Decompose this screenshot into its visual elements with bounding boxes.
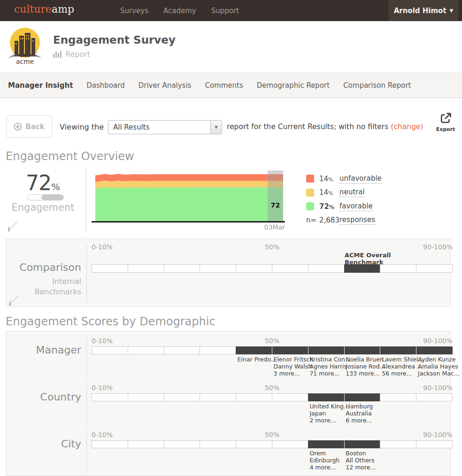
demo-cell-4[interactable]	[236, 440, 272, 448]
comparison-cell-0[interactable]	[92, 264, 128, 273]
caret-down-icon[interactable]: ▼	[210, 121, 222, 134]
engagement-trend-chart[interactable]	[95, 170, 283, 222]
demo-cell-7[interactable]	[344, 440, 381, 448]
chart-legend: 14%unfavorable14%neutral72%favorablen=2,…	[306, 172, 382, 227]
demo-cell-6[interactable]	[308, 440, 345, 448]
demo-name: Lavern Shiel...	[382, 356, 424, 363]
scale-mid-label: 50%	[265, 431, 279, 438]
back-label: Back	[25, 123, 44, 131]
demo-cell-0[interactable]	[92, 393, 128, 401]
demo-cell-5[interactable]	[272, 440, 308, 448]
demo-name: Alexandrea ...	[382, 363, 424, 370]
export-button[interactable]: Export	[435, 112, 456, 132]
demo-name: 56 more...	[382, 370, 424, 377]
comparison-cell-3[interactable]	[200, 264, 236, 273]
demo-cell-4[interactable]	[236, 346, 272, 354]
demo-cell-2[interactable]	[164, 393, 200, 401]
demo-cell-7[interactable]	[344, 346, 381, 354]
demo-cell-1[interactable]	[128, 393, 164, 401]
cultureamp-logo[interactable]: cultureamp	[14, 3, 74, 15]
legend-unit: %	[328, 190, 333, 196]
back-button[interactable]: Back	[6, 115, 52, 138]
scale-mid-label: 50%	[265, 243, 279, 251]
benchmark-label: ACME Overall Benchmark	[345, 252, 391, 266]
demo-cell-2[interactable]	[164, 346, 200, 354]
demo-cell-8[interactable]	[380, 440, 416, 448]
viewing-prefix: Viewing the	[60, 123, 104, 131]
tab-comparison-report[interactable]: Comparison Report	[343, 81, 411, 90]
legend-unit: %	[329, 204, 334, 210]
demo-name: Amalia Hayes	[418, 363, 460, 370]
nav-link-academy[interactable]: Academy	[163, 7, 196, 15]
page-title: Engagement Survey	[53, 34, 176, 46]
info-icon[interactable]: i	[7, 294, 19, 306]
chart-x-axis	[92, 221, 285, 223]
info-icon[interactable]: i	[6, 220, 18, 232]
tab-comments[interactable]: Comments	[205, 81, 243, 90]
scale-left-label: 0-10%	[92, 243, 113, 251]
demo-cell-2[interactable]	[164, 440, 200, 448]
demo-cell-8[interactable]	[380, 346, 416, 354]
demo-cell-3[interactable]	[200, 346, 236, 354]
demo-name-stack: United King...Japan2 more...	[309, 403, 349, 424]
demo-cell-0[interactable]	[92, 346, 128, 354]
user-menu[interactable]: Arnold Himot ▼	[389, 0, 458, 21]
comparison-cell-2[interactable]	[164, 264, 200, 273]
viewing-suffix-text: report for the Current Results; with no …	[227, 123, 391, 131]
demo-cell-9[interactable]	[416, 346, 453, 354]
scale-right-label: 90-100%	[423, 384, 453, 392]
responses-term[interactable]: responses	[339, 215, 375, 225]
demo-name: Ayden Kunze	[418, 356, 460, 363]
change-filters-link[interactable]: (change)	[391, 123, 423, 131]
comparison-cell-7[interactable]	[344, 264, 381, 273]
demo-name-stack: Noelia BruenJosiane Rod...133 more...	[346, 356, 385, 377]
legend-swatch-neutral	[306, 189, 314, 197]
nav-link-support[interactable]: Support	[211, 7, 239, 15]
legend-unit: %	[328, 177, 333, 183]
scale-right-label: 90-100%	[423, 243, 453, 251]
demo-name: Japan	[309, 410, 349, 417]
demo-cell-9[interactable]	[416, 393, 453, 401]
comparison-cell-4[interactable]	[236, 264, 272, 273]
comparison-cell-8[interactable]	[380, 264, 416, 273]
tab-demographic-report[interactable]: Demographic Report	[257, 81, 330, 90]
report-subtitle: Report	[65, 50, 90, 59]
demo-cell-6[interactable]	[308, 346, 345, 354]
comparison-scale: 0-10% 50% 90-100%	[92, 243, 453, 251]
demo-name-stack: Einar Predo...	[238, 356, 277, 363]
comparison-cell-1[interactable]	[128, 264, 164, 273]
results-select[interactable]: All Results ▼	[108, 120, 222, 134]
demo-cell-3[interactable]	[200, 440, 236, 448]
legend-term-favorable[interactable]: favorable	[339, 202, 373, 211]
comparison-cell-6[interactable]	[308, 264, 345, 273]
legend-term-neutral[interactable]: neutral	[339, 188, 365, 197]
svg-text:i: i	[8, 226, 10, 232]
demo-cell-1[interactable]	[128, 440, 164, 448]
comparison-cell-9[interactable]	[416, 264, 453, 273]
demo-cell-5[interactable]	[272, 393, 308, 401]
tab-manager-insight[interactable]: Manager Insight	[8, 81, 73, 90]
tab-driver-analysis[interactable]: Driver Analysis	[139, 81, 192, 90]
legend-term-unfavorable[interactable]: unfavorable	[339, 174, 382, 184]
scale-left-label: 0-10%	[92, 384, 113, 392]
chart-highlight-column[interactable]	[268, 170, 283, 222]
demo-cell-7[interactable]	[344, 393, 381, 401]
comparison-cell-5[interactable]	[272, 264, 308, 273]
demo-bar-country	[92, 393, 453, 401]
nav-link-surveys[interactable]: Surveys	[120, 7, 148, 15]
bar-chart-icon	[53, 51, 62, 58]
demo-cell-6[interactable]	[308, 393, 345, 401]
demo-cell-4[interactable]	[236, 393, 272, 401]
demo-cell-1[interactable]	[128, 346, 164, 354]
demo-row-city: City0-10%50%90-100%OremEdinburgh4 more..…	[6, 430, 450, 476]
demo-cell-8[interactable]	[380, 393, 416, 401]
demo-cell-9[interactable]	[416, 440, 453, 448]
scale-mid-label: 50%	[265, 384, 279, 392]
demo-cell-3[interactable]	[200, 393, 236, 401]
legend-row-favorable: 72%favorable	[306, 200, 382, 214]
demo-names: United King...Japan2 more...HamburgAustr…	[92, 403, 453, 427]
demo-cell-0[interactable]	[92, 440, 128, 448]
brand-part-2: amp	[52, 3, 74, 15]
tab-dashboard[interactable]: Dashboard	[86, 81, 124, 90]
demo-cell-5[interactable]	[272, 346, 308, 354]
